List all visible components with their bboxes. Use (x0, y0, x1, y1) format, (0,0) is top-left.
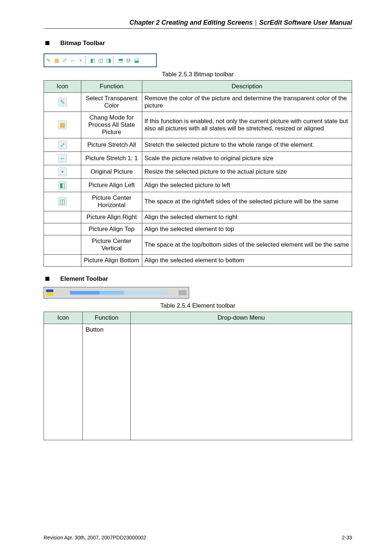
center-horiz-icon[interactable] (97, 57, 104, 64)
description-cell: Remove the color of the picture and dete… (142, 93, 352, 112)
bullet-icon (45, 41, 49, 45)
table-row: Original PictureResize the selected pict… (44, 165, 352, 179)
col-icon: Icon (44, 81, 81, 93)
function-cell: Picture Center Horizontal (81, 192, 142, 211)
center-horiz-icon (58, 197, 67, 206)
icon-cell (44, 112, 81, 138)
page-footer: Revision Apr. 30th, 2007, 2007PDD2300000… (44, 535, 352, 540)
description-cell: Stretch the selected picture to the whol… (142, 138, 352, 152)
gradient-bar-icon (70, 291, 168, 295)
palette-icon (46, 289, 53, 296)
icon-cell (44, 138, 81, 152)
icon-cell (44, 179, 81, 192)
align-top-icon[interactable] (117, 57, 124, 64)
icon-cell (44, 192, 81, 211)
function-cell: Chang Mode for Process All State Picture (81, 112, 142, 138)
icon-cell (44, 255, 81, 267)
table-row: Picture Center VerticalThe space at the … (44, 235, 352, 255)
header-sep: ｜ (253, 19, 259, 26)
align-right-icon[interactable] (105, 57, 112, 64)
table-row: Picture Stretch AllStretch the selected … (44, 138, 352, 152)
stretch-11-icon[interactable] (69, 57, 76, 64)
icon-cell (44, 165, 81, 179)
table-row: Picture Align LeftAlign the selected pic… (44, 179, 352, 192)
pen-icon (58, 98, 67, 106)
icon-cell (44, 211, 81, 223)
stretch-11-icon (58, 154, 67, 163)
table-header-row: Icon Function Description (44, 81, 352, 93)
element-toolbar-image (44, 287, 189, 299)
description-cell: Align the selected picture to left (142, 179, 352, 192)
section-bitmap-toolbar: Bitmap Toolbar (44, 40, 352, 47)
original-icon[interactable] (77, 57, 84, 64)
description-cell: The space at the top/bottom sides of the… (142, 235, 352, 255)
description-cell: Resize the selected picture to the actua… (142, 165, 352, 179)
table-header-row: Icon Function Drop-down Menu (44, 312, 352, 324)
icon-cell (44, 223, 81, 235)
description-cell: Align the selected element to top (142, 223, 352, 235)
align-left-icon[interactable] (89, 57, 96, 64)
toolbar-stub-icon (179, 290, 187, 295)
function-cell: Button (83, 324, 131, 440)
icon-cell (44, 93, 81, 112)
description-cell: Scale the picture relative to original p… (142, 152, 352, 165)
function-cell: Picture Align Bottom (81, 255, 142, 267)
stretch-all-icon[interactable] (61, 57, 68, 64)
description-cell: The space at the right/left sides of the… (142, 192, 352, 211)
function-cell: Picture Stretch 1: 1 (81, 152, 142, 165)
table-row: Picture Stretch 1: 1Scale the picture re… (44, 152, 352, 165)
table-row: Picture Align TopAlign the selected elem… (44, 223, 352, 235)
function-cell: Picture Stretch All (81, 138, 142, 152)
table-row: Picture Center HorizontalThe space at th… (44, 192, 352, 211)
table-row: Chang Mode for Process All State Picture… (44, 112, 352, 138)
table-254-caption: Table 2.5.4 Element toolbar (44, 302, 352, 309)
function-cell: Original Picture (81, 165, 142, 179)
col-description: Description (142, 81, 352, 93)
col-menu: Drop-down Menu (131, 312, 352, 324)
col-function: Function (83, 312, 131, 324)
description-cell: Align the selected element to bottom (142, 255, 352, 267)
bitmap-toolbar-table: Icon Function Description Select Transpa… (44, 80, 352, 267)
description-cell: Align the selected element to right (142, 211, 352, 223)
table-row: Button (44, 324, 352, 440)
function-cell: Picture Align Right (81, 211, 142, 223)
function-cell: Picture Align Left (81, 179, 142, 192)
table-253-caption: Table 2.5.3 Bitmap toolbar (44, 71, 352, 78)
section-element-toolbar: Element Toolbar (44, 275, 352, 283)
stretch-all-icon (58, 141, 67, 149)
pen-icon[interactable] (45, 57, 52, 64)
page-number: 2-33 (342, 535, 352, 540)
table-row: Picture Align RightAlign the selected el… (44, 211, 352, 223)
bullet-icon (45, 277, 49, 281)
revision-text: Revision Apr. 30th, 2007, 2007PDD2300000… (44, 535, 146, 540)
menu-cell (131, 324, 352, 440)
align-bottom-icon[interactable] (133, 57, 140, 64)
toolbar-separator (113, 56, 116, 65)
icon-cell (44, 152, 81, 165)
table-row: Picture Align BottomAlign the selected e… (44, 255, 352, 267)
doc-title: ScrEdit Software User Manual (259, 19, 352, 26)
function-cell: Picture Center Vertical (81, 235, 142, 255)
mode-icon[interactable] (53, 57, 60, 64)
element-toolbar-table: Icon Function Drop-down Menu Button (44, 312, 352, 440)
function-cell: Picture Align Top (81, 223, 142, 235)
col-icon: Icon (44, 312, 83, 324)
mode-icon (58, 121, 67, 129)
col-function: Function (81, 81, 142, 93)
chapter-title: Chapter 2 Creating and Editing Screens (130, 19, 253, 26)
align-left-icon (58, 181, 67, 190)
icon-cell (44, 324, 83, 440)
section2-title: Element Toolbar (60, 275, 108, 282)
description-cell: If this function is enabled, not only th… (142, 112, 352, 138)
toolbar-separator (85, 56, 88, 65)
bitmap-toolbar-image (44, 53, 157, 67)
original-icon (58, 167, 67, 176)
section1-title: Bitmap Toolbar (60, 40, 105, 46)
page: Chapter 2 Creating and Editing Screens｜S… (0, 0, 392, 555)
center-vert-icon[interactable] (125, 57, 132, 64)
header-rule (44, 28, 352, 29)
icon-cell (44, 235, 81, 255)
header-line: Chapter 2 Creating and Editing Screens｜S… (44, 18, 352, 27)
function-cell: Select Transparent Color (81, 93, 142, 112)
table-row: Select Transparent ColorRemove the color… (44, 93, 352, 112)
